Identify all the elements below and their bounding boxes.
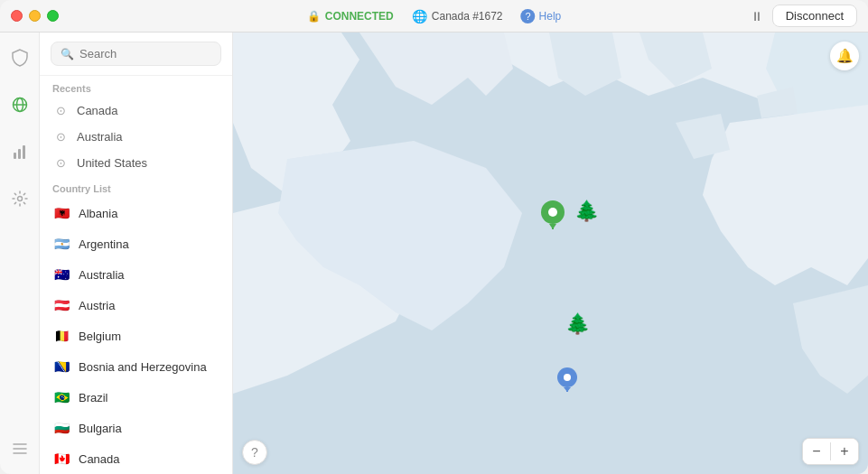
recent-indicator: ⊙ — [52, 104, 69, 117]
svg-rect-3 — [14, 153, 16, 159]
list-item[interactable]: 🇦🇱 Albania — [40, 198, 232, 228]
sidebar-item-stats[interactable] — [5, 137, 34, 166]
main-layout: 🔍 Recents ⊙ Canada ⊙ Australia ⊙ United … — [0, 33, 868, 474]
help-label: Help — [539, 10, 562, 23]
sidebar-item-shield[interactable] — [5, 43, 34, 72]
flag-albania: 🇦🇱 — [52, 204, 70, 222]
recent-country-name: Canada — [77, 104, 118, 117]
connected-label: CONNECTED — [325, 10, 394, 23]
flag-austria: 🇦🇹 — [52, 296, 70, 314]
list-item[interactable]: 🇦🇹 Austria — [40, 290, 232, 321]
secondary-pin — [556, 367, 578, 394]
list-item[interactable]: 🇨🇦 Canada — [40, 443, 232, 474]
search-input[interactable] — [79, 47, 211, 60]
country-name: Brazil — [79, 391, 108, 404]
country-name: Bosnia and Herzegovina — [79, 360, 207, 374]
list-item[interactable]: 🇧🇬 Bulgaria — [40, 413, 232, 443]
svg-marker-13 — [549, 224, 556, 229]
sidebar-item-menu[interactable] — [5, 434, 34, 463]
map-background: 🌲 🌲 🔔 ? − — [233, 33, 868, 474]
server-name: Canada #1672 — [432, 10, 503, 23]
flag-bulgaria: 🇧🇬 — [52, 419, 70, 437]
stats-icon[interactable]: ⏸ — [751, 9, 763, 23]
disconnect-button[interactable]: Disconnect — [772, 5, 857, 27]
globe-icon: 🌐 — [412, 9, 427, 23]
zoom-out-button[interactable]: − — [803, 439, 830, 464]
recent-indicator: ⊙ — [52, 156, 69, 170]
recent-item-unitedstates[interactable]: ⊙ United States — [40, 150, 232, 176]
search-icon: 🔍 — [61, 48, 74, 60]
sidebar-item-map[interactable] — [5, 90, 34, 119]
recent-country-name: United States — [77, 156, 147, 170]
zoom-controls: − + — [802, 438, 859, 465]
help-button[interactable]: ? Help — [521, 9, 562, 23]
flag-canada: 🇨🇦 — [52, 450, 70, 468]
country-name: Belgium — [79, 330, 121, 343]
sidebar-item-settings[interactable] — [5, 184, 34, 213]
country-name: Australia — [79, 268, 125, 282]
svg-rect-5 — [23, 145, 25, 159]
list-item[interactable]: 🇦🇷 Argentina — [40, 228, 232, 259]
notification-button[interactable]: 🔔 — [830, 42, 859, 70]
minimize-button[interactable] — [29, 10, 41, 22]
map-help-button[interactable]: ? — [242, 440, 267, 465]
panel-scroll[interactable]: Recents ⊙ Canada ⊙ Australia ⊙ United St… — [40, 76, 232, 474]
country-name: Argentina — [79, 237, 129, 251]
server-info: 🌐 Canada #1672 — [412, 9, 503, 23]
connected-badge: 🔒 CONNECTED — [307, 10, 394, 23]
active-server-pin — [540, 200, 565, 230]
map-svg — [233, 33, 868, 474]
country-name: Canada — [79, 452, 120, 466]
recent-item-canada[interactable]: ⊙ Canada — [40, 98, 232, 124]
svg-point-12 — [548, 208, 557, 217]
recents-section-label: Recents — [40, 76, 232, 98]
sidebar-nav — [0, 33, 40, 474]
zoom-in-button[interactable]: + — [831, 439, 858, 464]
list-item[interactable]: 🇦🇺 Australia — [40, 259, 232, 290]
close-button[interactable] — [11, 10, 23, 22]
list-item[interactable]: 🇧🇷 Brazil — [40, 382, 232, 413]
maximize-button[interactable] — [47, 10, 59, 22]
lock-icon: 🔒 — [307, 10, 321, 23]
flag-belgium: 🇧🇪 — [52, 327, 70, 345]
search-container: 🔍 — [40, 33, 232, 76]
flag-bosnia: 🇧🇦 — [52, 358, 70, 376]
map-area: 🌲 🌲 🔔 ? − — [233, 33, 868, 474]
titlebar-center: 🔒 CONNECTED 🌐 Canada #1672 ? Help — [307, 9, 561, 23]
svg-point-6 — [17, 197, 22, 201]
tree-icon-2: 🌲 — [565, 312, 590, 336]
country-name: Albania — [79, 207, 117, 220]
list-item[interactable]: 🇧🇦 Bosnia and Herzegovina — [40, 351, 232, 382]
titlebar-right: ⏸ Disconnect — [751, 5, 857, 27]
flag-australia: 🇦🇺 — [52, 265, 70, 283]
country-name: Bulgaria — [79, 422, 122, 435]
tree-icon-1: 🌲 — [574, 200, 599, 223]
svg-rect-4 — [18, 149, 21, 159]
recent-item-australia[interactable]: ⊙ Australia — [40, 124, 232, 150]
country-panel: 🔍 Recents ⊙ Canada ⊙ Australia ⊙ United … — [40, 33, 233, 474]
titlebar: 🔒 CONNECTED 🌐 Canada #1672 ? Help ⏸ Disc… — [0, 0, 868, 33]
recent-country-name: Australia — [77, 130, 123, 144]
countrylist-section-label: Country List — [40, 176, 232, 198]
svg-point-15 — [564, 374, 571, 381]
help-circle-icon: ? — [521, 9, 536, 23]
search-box: 🔍 — [51, 42, 221, 66]
list-item[interactable]: 🇧🇪 Belgium — [40, 321, 232, 351]
recent-indicator: ⊙ — [52, 130, 69, 144]
flag-argentina: 🇦🇷 — [52, 235, 70, 253]
flag-brazil: 🇧🇷 — [52, 388, 70, 406]
country-name: Austria — [79, 299, 115, 312]
traffic-lights — [11, 10, 59, 22]
svg-marker-16 — [564, 387, 571, 392]
question-icon: ? — [251, 445, 258, 460]
bell-icon: 🔔 — [836, 48, 854, 64]
